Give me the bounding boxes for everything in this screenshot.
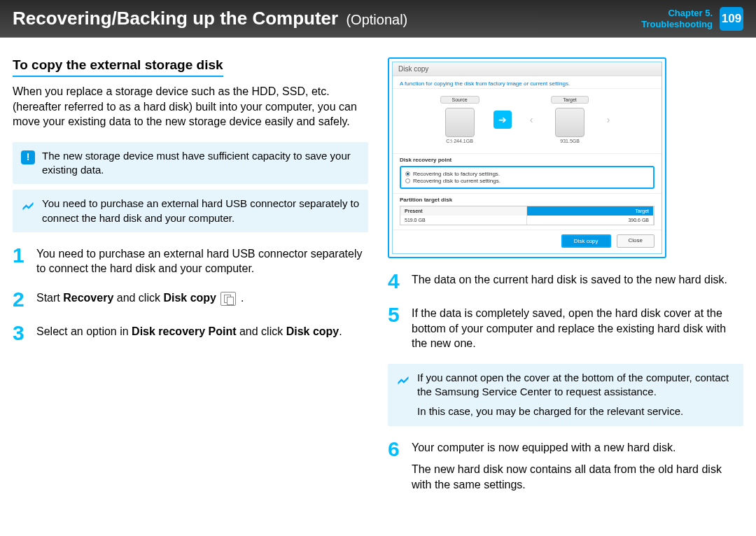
source-drive: Source C:\ 244.1GB (440, 96, 479, 143)
note-icon (396, 372, 410, 386)
hdd-icon (445, 108, 475, 137)
header-right: Chapter 5. Troubleshooting 109 (641, 7, 743, 31)
partition-heading: Partition target disk (393, 193, 662, 204)
step-number-5: 5 (388, 304, 405, 351)
alert-text: The new storage device must have suffici… (42, 149, 360, 178)
step-number-4: 4 (388, 271, 405, 292)
service-note-box: If you cannot open the cover at the bott… (388, 364, 743, 426)
radio-icon (405, 171, 410, 176)
section-heading: To copy the external storage disk (13, 57, 223, 77)
source-capacity: C:\ 244.1GB (440, 139, 479, 143)
header-title: Recovering/Backing up the Computer (Opti… (13, 8, 641, 29)
partition-right-size: 390.6 GB (527, 216, 654, 225)
header-title-sub: (Optional) (346, 12, 407, 27)
hdd-icon (555, 108, 584, 137)
page-number-badge: 109 (720, 7, 743, 31)
target-capacity: 931.5GB (551, 139, 588, 143)
left-column: To copy the external storage disk When y… (13, 57, 368, 505)
shot-drives-area: Source C:\ 244.1GB ➔ ‹ Target 931.5GB › (393, 89, 662, 153)
target-drive: Target 931.5GB (551, 96, 588, 143)
step-6-text: Your computer is now equipped with a new… (412, 439, 743, 493)
source-label: Source (440, 96, 479, 104)
partition-target-label: Target (527, 206, 654, 216)
disk-copy-button[interactable]: Disk copy (561, 234, 611, 248)
step-5-text: If the data is completely saved, open th… (412, 304, 743, 351)
chevron-left-icon[interactable]: ‹ (526, 114, 538, 125)
step-5: 5 If the data is completely saved, open … (388, 304, 743, 351)
note-text: You need to purchase an external hard US… (42, 197, 360, 225)
shot-titlebar: Disk copy (393, 62, 662, 76)
step-1-text: You need to purchase an external hard US… (36, 245, 368, 276)
service-note-text: If you cannot open the cover at the bott… (417, 371, 735, 419)
right-column: Disk copy A function for copying the dis… (388, 57, 743, 505)
screenshot-panel: Disk copy A function for copying the dis… (392, 62, 662, 254)
alert-icon: ! (21, 150, 35, 164)
recovery-option-current[interactable]: Recovering disk to current settings. (405, 178, 649, 184)
recovery-option-factory[interactable]: Recovering disk to factory settings. (405, 171, 649, 177)
step-4-text: The data on the current hard disk is sav… (412, 271, 743, 292)
step-1: 1 You need to purchase an external hard … (13, 245, 368, 276)
step-2-text: Start Recovery and click Disk copy . (36, 289, 368, 310)
step-3: 3 Select an option in Disk recovery Poin… (13, 323, 368, 344)
step-4: 4 The data on the current hard disk is s… (388, 271, 743, 292)
chapter-info: Chapter 5. Troubleshooting (641, 8, 713, 29)
step-number-1: 1 (13, 245, 29, 276)
chapter-line-1: Chapter 5. (641, 8, 713, 19)
step-number-3: 3 (13, 323, 29, 344)
recovery-point-heading: Disk recovery point (393, 153, 662, 164)
screenshot-frame: Disk copy A function for copying the dis… (388, 57, 666, 258)
note-icon (21, 198, 35, 212)
alert-box: ! The new storage device must have suffi… (13, 142, 368, 185)
content-area: To copy the external storage disk When y… (0, 38, 756, 505)
intro-paragraph: When you replace a storage device such a… (13, 84, 368, 129)
chevron-right-icon[interactable]: › (603, 114, 615, 125)
target-label: Target (551, 96, 588, 104)
header-title-main: Recovering/Backing up the Computer (13, 8, 338, 29)
step-2: 2 Start Recovery and click Disk copy . (13, 289, 368, 310)
step-6: 6 Your computer is now equipped with a n… (388, 439, 743, 493)
step-number-6: 6 (388, 439, 405, 493)
partition-left-size: 519.0 GB (400, 216, 527, 225)
partition-table: Present Target 519.0 GB 390.6 GB (400, 206, 654, 225)
radio-icon (405, 178, 410, 183)
arrow-right-icon: ➔ (493, 111, 512, 129)
page-header: Recovering/Backing up the Computer (Opti… (0, 0, 756, 38)
shot-button-row: Disk copy Close (393, 230, 662, 253)
step-number-2: 2 (13, 289, 29, 310)
chapter-line-2: Troubleshooting (641, 19, 713, 30)
disk-copy-icon (220, 292, 236, 306)
shot-description: A function for copying the disk from fac… (393, 76, 662, 89)
close-button[interactable]: Close (617, 234, 654, 248)
recovery-options: Recovering disk to factory settings. Rec… (400, 166, 654, 189)
partition-present-label: Present (400, 206, 527, 216)
note-box: You need to purchase an external hard US… (13, 190, 368, 232)
step-3-text: Select an option in Disk recovery Point … (36, 323, 368, 344)
